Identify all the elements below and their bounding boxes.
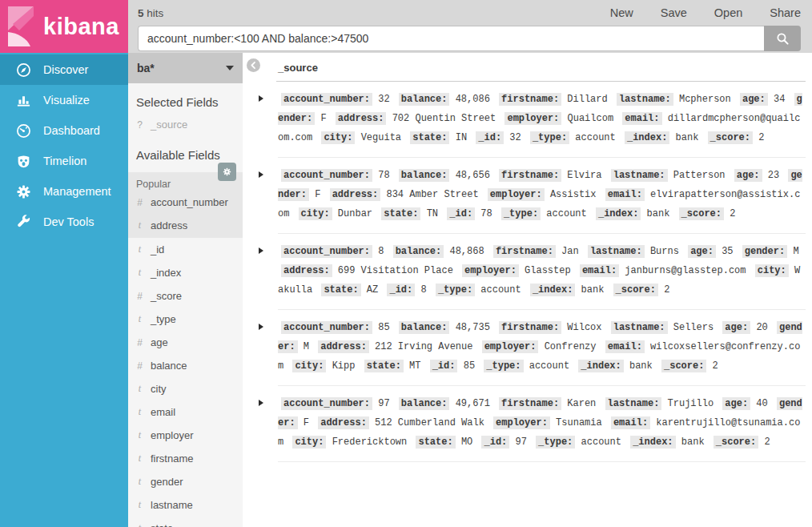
new-button[interactable]: New bbox=[610, 6, 633, 19]
field-value: 78 bbox=[378, 170, 389, 181]
kibana-logo[interactable]: kibana bbox=[0, 0, 128, 53]
wrench-icon bbox=[16, 215, 31, 230]
triangle-right-icon bbox=[259, 95, 263, 102]
chevron-down-icon bbox=[226, 66, 234, 70]
field-value: 8 bbox=[420, 284, 426, 296]
field-item-city[interactable]: tcity bbox=[128, 377, 243, 400]
field-name-badge: _index: bbox=[578, 360, 623, 372]
field-value: bank bbox=[581, 284, 605, 296]
results-panel: _source account_number: 32 balance: 48,0… bbox=[243, 53, 812, 527]
field-item-account_number[interactable]: #account_number bbox=[128, 191, 243, 214]
field-item-address[interactable]: taddress bbox=[128, 214, 243, 237]
field-item-lastname[interactable]: tlastname bbox=[128, 493, 243, 517]
field-value: bank bbox=[676, 132, 699, 143]
field-value: IN bbox=[456, 132, 467, 143]
field-name-badge: firstname: bbox=[499, 93, 561, 106]
expand-document-icon[interactable] bbox=[259, 234, 278, 310]
field-name: state bbox=[151, 522, 173, 527]
field-name-badge: address: bbox=[281, 264, 332, 277]
search-button[interactable] bbox=[764, 26, 801, 51]
field-name-badge: account_number: bbox=[281, 245, 372, 258]
field-name-badge: city: bbox=[299, 207, 332, 220]
field-name-badge: _score: bbox=[661, 360, 706, 372]
nav-item-discover[interactable]: Discover bbox=[0, 54, 128, 85]
field-item-email[interactable]: temail bbox=[128, 400, 243, 424]
field-value: Elvira bbox=[567, 170, 601, 181]
field-value: 97 bbox=[378, 398, 389, 409]
save-button[interactable]: Save bbox=[661, 6, 687, 19]
field-name-badge: _index: bbox=[630, 436, 675, 449]
field-value: account bbox=[546, 208, 586, 219]
field-value: Wilcox bbox=[567, 322, 601, 333]
nav-item-label: Timelion bbox=[43, 155, 86, 167]
left-nav-rail: kibana DiscoverVisualizeDashboardTimelio… bbox=[0, 0, 128, 527]
nav-item-management[interactable]: Management bbox=[0, 176, 128, 207]
field-name: _id bbox=[151, 243, 164, 255]
field-value: TN bbox=[427, 208, 438, 219]
field-name-badge: _score: bbox=[708, 131, 753, 144]
field-name-badge: email: bbox=[622, 112, 661, 125]
nav-item-dev-tools[interactable]: Dev Tools bbox=[0, 207, 128, 237]
field-value: janburns@glasstep.com bbox=[625, 265, 746, 276]
field-item-state[interactable]: tstate bbox=[128, 517, 243, 527]
field-value: Veguita bbox=[361, 132, 401, 143]
field-value: account bbox=[575, 132, 615, 143]
open-button[interactable]: Open bbox=[714, 6, 742, 19]
field-item-_score[interactable]: #_score bbox=[128, 284, 243, 308]
field-name: email bbox=[151, 406, 175, 418]
field-name-badge: firstname: bbox=[499, 321, 561, 334]
document-row: account_number: 8 balance: 48,868 firstn… bbox=[259, 234, 806, 310]
expand-document-icon[interactable] bbox=[259, 158, 278, 234]
field-name-badge: firstname: bbox=[493, 245, 556, 258]
field-item-balance[interactable]: #balance bbox=[128, 354, 243, 377]
available-fields-list: t_idt_index#_scoret_type#age#balancetcit… bbox=[128, 238, 243, 527]
field-value: bank bbox=[647, 208, 670, 219]
field-item-employer[interactable]: temployer bbox=[128, 424, 243, 447]
document-row: account_number: 85 balance: 48,735 first… bbox=[259, 310, 806, 386]
field-settings-button[interactable] bbox=[218, 163, 236, 181]
field-name-badge: firstname: bbox=[499, 169, 561, 182]
field-name-badge: _score: bbox=[613, 284, 658, 296]
field-name-badge: address: bbox=[318, 416, 369, 429]
owl-icon bbox=[16, 154, 31, 169]
field-name-badge: _id: bbox=[387, 284, 415, 296]
field-name-badge: age: bbox=[740, 93, 768, 106]
field-name-badge: employer: bbox=[493, 416, 550, 429]
field-name-badge: state: bbox=[364, 360, 404, 372]
text-field-icon: t bbox=[136, 243, 143, 255]
triangle-right-icon bbox=[259, 171, 263, 178]
expand-document-icon[interactable] bbox=[259, 310, 278, 386]
field-name: gender bbox=[151, 476, 183, 488]
field-value: Tsunamia bbox=[556, 417, 602, 428]
search-input[interactable] bbox=[138, 26, 764, 51]
field-name-badge: employer: bbox=[482, 340, 539, 353]
nav-menu: DiscoverVisualizeDashboardTimelionManage… bbox=[0, 53, 128, 237]
field-name: lastname bbox=[151, 499, 193, 511]
field-value: bank bbox=[629, 360, 653, 372]
field-value: Fredericktown bbox=[332, 436, 408, 448]
expand-document-icon[interactable] bbox=[259, 82, 278, 158]
share-button[interactable]: Share bbox=[770, 6, 801, 19]
field-name: _score bbox=[151, 290, 182, 302]
index-pattern-selector[interactable]: ba* bbox=[128, 53, 243, 83]
field-name-badge: age: bbox=[734, 169, 762, 182]
nav-item-label: Discover bbox=[43, 63, 88, 76]
field-name: account_number bbox=[151, 196, 228, 208]
field-item-gender[interactable]: tgender bbox=[128, 470, 243, 493]
field-value: 32 bbox=[509, 132, 521, 143]
field-name-badge: address: bbox=[318, 340, 369, 353]
field-item-_id[interactable]: t_id bbox=[128, 238, 243, 261]
expand-document-icon[interactable] bbox=[259, 386, 278, 462]
field-item-age[interactable]: #age bbox=[128, 331, 243, 354]
field-item-_type[interactable]: t_type bbox=[128, 308, 243, 331]
kibana-logo-icon bbox=[8, 6, 34, 46]
field-value: 834 Amber Street bbox=[386, 189, 478, 200]
field-value: 48,735 bbox=[456, 322, 490, 333]
collapse-sidebar-button[interactable] bbox=[247, 58, 260, 72]
nav-item-dashboard[interactable]: Dashboard bbox=[0, 115, 128, 146]
nav-item-timelion[interactable]: Timelion bbox=[0, 146, 128, 176]
field-item-_index[interactable]: t_index bbox=[128, 261, 243, 284]
nav-item-visualize[interactable]: Visualize bbox=[0, 85, 128, 115]
field-value: 212 Irving Avenue bbox=[375, 341, 472, 352]
field-item-firstname[interactable]: tfirstname bbox=[128, 447, 243, 470]
